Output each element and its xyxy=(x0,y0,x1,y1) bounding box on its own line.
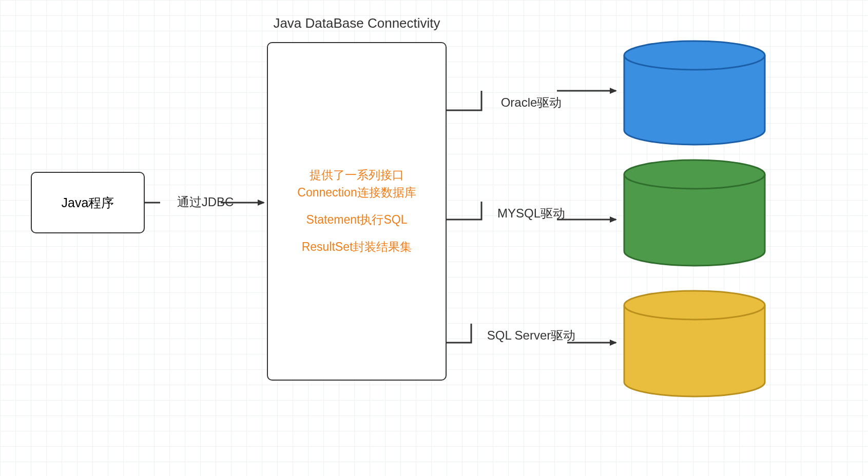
diagram-title: Java DataBase Connectivity xyxy=(257,15,457,31)
db-cylinder-mysql xyxy=(624,160,765,266)
driver-label-sqlserver: SQL Server驱动 xyxy=(459,327,603,344)
jdbc-resultset-line: ResultSet封装结果集 xyxy=(302,239,412,255)
jdbc-line1: 提供了一系列接口 xyxy=(297,167,416,184)
db-label-sqlserver: SQL Server xyxy=(623,343,766,359)
jdbc-box: 提供了一系列接口 Connection连接数据库 Statement执行SQL … xyxy=(267,42,447,381)
jdbc-statement-line: Statement执行SQL xyxy=(306,211,408,228)
jdbc-interfaces-group: 提供了一系列接口 Connection连接数据库 xyxy=(297,167,416,201)
java-program-box: Java程序 xyxy=(31,172,145,233)
svg-point-6 xyxy=(624,160,765,189)
driver-label-mysql: MYSQL驱动 xyxy=(480,205,583,222)
jdbc-line2: Connection连接数据库 xyxy=(297,184,416,201)
db-label-mysql: MYSQL xyxy=(623,214,766,230)
java-program-label: Java程序 xyxy=(62,194,114,211)
driver-label-oracle: Oracle驱动 xyxy=(480,94,583,111)
edge-label-java-to-jdbc: 通过JDBC xyxy=(154,194,257,210)
svg-point-7 xyxy=(624,291,765,320)
svg-point-5 xyxy=(624,41,765,70)
db-cylinder-oracle xyxy=(624,41,765,145)
db-label-oracle: Oracle xyxy=(623,93,766,109)
